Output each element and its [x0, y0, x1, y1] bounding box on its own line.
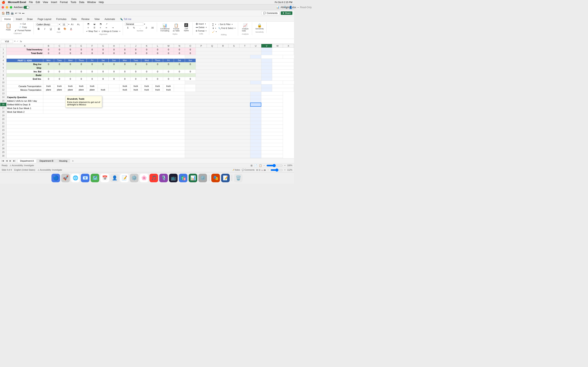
find-select-button[interactable]: 🔍 Find & Select ▾ [217, 27, 236, 30]
delete-cells-button[interactable]: ➖ Delete ▾ [195, 26, 208, 29]
cell-h4[interactable]: Sun [108, 59, 119, 62]
cell-n6[interactable] [174, 66, 185, 70]
cell-d6[interactable] [65, 66, 76, 70]
cell-a8[interactable]: Build [6, 73, 43, 77]
cell-b11[interactable]: truck [43, 84, 54, 88]
cell-v23[interactable] [250, 128, 261, 132]
cell-v27[interactable] [250, 143, 261, 147]
cell-k4[interactable]: Wed [141, 59, 152, 62]
cell-v2[interactable] [261, 51, 272, 55]
increase-decimal-button[interactable]: .00 [149, 26, 155, 29]
cell-m12[interactable]: truck [163, 88, 174, 92]
col-header-Q[interactable]: Q [207, 44, 217, 48]
cell-i12[interactable]: truck [120, 88, 130, 92]
insert-cells-button[interactable]: ➕ Insert ▾ [195, 22, 207, 25]
cell-a15[interactable]: Added 2 shifs to run 300 / day [6, 99, 43, 103]
cell-g4[interactable]: Sat [98, 59, 108, 62]
number-format-select[interactable] [125, 22, 143, 26]
share-button[interactable]: ⬆ Share [281, 11, 292, 15]
cell-d9[interactable]: 0 [65, 77, 76, 81]
cell-o2[interactable]: 0 [185, 51, 196, 55]
cell-c5[interactable]: 0 [54, 62, 65, 66]
cell-v14[interactable] [250, 95, 261, 99]
analyze-data-button[interactable]: 📈 AnalyzeData [240, 22, 250, 33]
fill-button[interactable]: ⬇ ▾ [211, 27, 217, 30]
cell-f5[interactable]: 0 [87, 62, 98, 66]
cell-v16[interactable] [250, 103, 261, 106]
cell-o8[interactable] [185, 73, 196, 77]
cell-i5[interactable]: 0 [120, 62, 130, 66]
sheet-nav-next[interactable]: ▶ [9, 159, 12, 162]
cell-c4[interactable]: Tues [54, 59, 65, 62]
cell-d12[interactable]: plane [65, 88, 76, 92]
cell-f11[interactable]: truck [87, 84, 98, 88]
cell-d2[interactable]: 0 [65, 51, 76, 55]
cell-i11[interactable]: truck [120, 84, 130, 88]
menu-view[interactable]: View [43, 1, 48, 4]
col-header-K[interactable]: K [141, 44, 152, 48]
cell-b5[interactable]: 0 [43, 62, 54, 66]
cell-v18[interactable] [250, 110, 261, 114]
formula-confirm-icon[interactable]: ✓ [17, 40, 18, 43]
cell-k2[interactable]: 0 [141, 51, 152, 55]
wrap-text-button[interactable]: ↵ Wrap Text ▾ [85, 30, 100, 33]
cell-k6[interactable] [141, 66, 152, 70]
italic-button[interactable]: I [42, 27, 48, 31]
merge-center-button[interactable]: ⊡ Merge & Center ▾ [101, 30, 121, 33]
cell-i2[interactable]: 0 [120, 51, 130, 55]
tab-home[interactable]: Home [2, 17, 13, 21]
home-icon[interactable]: 🏠 [2, 12, 5, 15]
fill-color-button[interactable]: 🎨 [62, 27, 68, 31]
menu-window[interactable]: Window [87, 1, 96, 4]
cell-o1[interactable]: 0 [185, 48, 196, 51]
percent-button[interactable]: % [131, 26, 137, 29]
dock-podcasts[interactable]: 🎙️ [159, 174, 168, 182]
name-box[interactable]: V16 [1, 40, 13, 43]
cell-v13[interactable] [250, 92, 261, 95]
col-header-I[interactable]: I [120, 44, 130, 48]
font-name-dropdown[interactable]: ▾ [59, 24, 60, 25]
decrease-font-button[interactable]: A↓ [76, 22, 81, 26]
tab-page-layout[interactable]: Page Layout [35, 17, 54, 21]
orientation-button[interactable]: ↗ [104, 22, 109, 25]
format-as-table-button[interactable]: 📋 Formatas Table [171, 22, 181, 33]
font-color-button[interactable]: A [68, 27, 74, 31]
cell-h9[interactable]: 0 [108, 77, 119, 81]
cell-c7[interactable]: 0 [54, 70, 65, 73]
number-format-dropdown[interactable]: ▾ [144, 23, 145, 25]
cell-v19[interactable] [250, 114, 261, 117]
cell-b9[interactable]: 0 [43, 77, 54, 81]
col-header-V[interactable]: V [261, 44, 272, 48]
add-sheet-button[interactable]: + [70, 159, 75, 163]
cell-e9[interactable]: 0 [76, 77, 86, 81]
cell-o6[interactable] [185, 66, 196, 70]
cell-n2[interactable]: 0 [174, 51, 185, 55]
cell-v3[interactable] [250, 55, 261, 59]
cell-e5[interactable]: 0 [76, 62, 86, 66]
cell-o9[interactable]: 0 [185, 77, 196, 81]
col-header-L[interactable]: L [152, 44, 163, 48]
col-header-O[interactable]: O [185, 44, 196, 48]
cell-v21[interactable] [250, 121, 261, 125]
menu-format[interactable]: Format [60, 1, 68, 4]
currency-button[interactable]: $ [125, 26, 131, 29]
dock-music[interactable]: 🎵 [149, 174, 158, 182]
copy-button[interactable]: 📄Copy [14, 26, 32, 29]
zoom-plus-icon[interactable]: + [285, 169, 286, 171]
menu-edit[interactable]: Edit [36, 1, 40, 4]
cell-k9[interactable]: 0 [141, 77, 152, 81]
reading-view-icon[interactable]: 📖 [261, 169, 264, 171]
redo-icon[interactable]: ↪ [18, 12, 21, 15]
cell-h7[interactable]: 0 [108, 70, 119, 73]
view-normal-icon[interactable]: ⊞ [251, 164, 252, 167]
cell-l12[interactable]: truck [152, 88, 163, 92]
formula-input[interactable] [23, 40, 293, 43]
font-size-dropdown[interactable]: ▾ [68, 24, 69, 25]
col-header-E[interactable]: E [76, 44, 86, 48]
cell-k8[interactable] [141, 73, 152, 77]
cell-g1[interactable]: 0 [98, 48, 108, 51]
dock-appstore[interactable]: 🛍️ [179, 174, 187, 182]
cell-d5[interactable]: 0 [65, 62, 76, 66]
close-button[interactable] [2, 6, 4, 8]
undo-icon[interactable]: ↩ [15, 12, 17, 15]
